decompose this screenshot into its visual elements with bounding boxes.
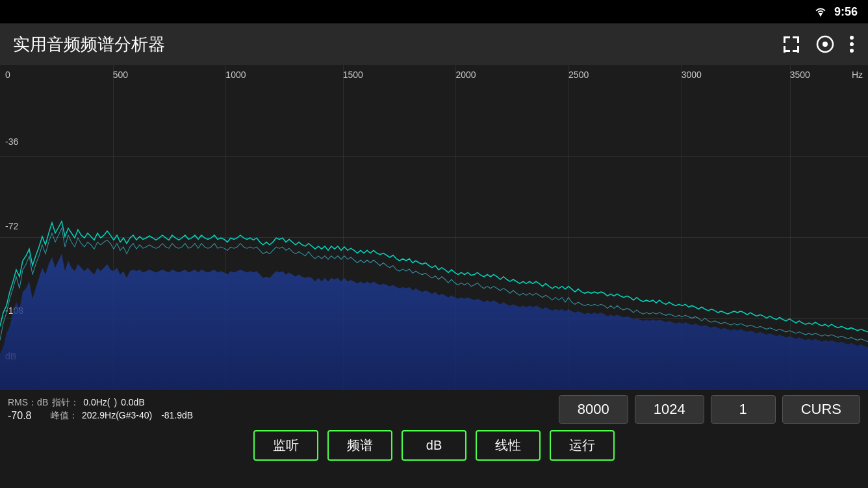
stats-params-row: RMS：dB 指针： 0.0Hz( ) 0.0dB -70.8 峰值： 202.… bbox=[0, 390, 868, 426]
rms-row: RMS：dB 指针： 0.0Hz( ) 0.0dB bbox=[8, 397, 193, 409]
linear-button[interactable]: 线性 bbox=[476, 430, 541, 461]
freq-label-1000: 1000 bbox=[225, 70, 246, 80]
db-button[interactable]: dB bbox=[402, 430, 466, 461]
header-icons bbox=[781, 34, 855, 55]
status-bar: 9:56 bbox=[0, 0, 868, 23]
svg-point-13 bbox=[850, 49, 854, 53]
needle-hz: 0.0Hz( bbox=[83, 397, 110, 409]
freq-label-3000: 3000 bbox=[682, 70, 702, 80]
freq-label-1500: 1500 bbox=[343, 70, 363, 80]
peak-hz: 202.9Hz(G#3-40) bbox=[82, 410, 152, 422]
spectrum-button[interactable]: 频谱 bbox=[327, 430, 392, 461]
peak-db: -81.9dB bbox=[161, 410, 193, 422]
svg-rect-6 bbox=[784, 46, 785, 53]
stats-panel: RMS：dB 指针： 0.0Hz( ) 0.0dB -70.8 峰值： 202.… bbox=[8, 397, 193, 422]
frequency-axis: 0 500 1000 1500 2000 2500 3000 3500 Hz bbox=[0, 65, 868, 84]
needle-label: 指针： bbox=[52, 397, 79, 409]
svg-marker-0 bbox=[819, 13, 823, 17]
spectrum-chart[interactable]: 0 500 1000 1500 2000 2500 3000 3500 Hz -… bbox=[0, 65, 868, 390]
freq-label-3500: 3500 bbox=[790, 70, 810, 80]
needle-db: 0.0dB bbox=[121, 397, 145, 409]
wifi-icon bbox=[813, 6, 828, 17]
freq-label-2000: 2000 bbox=[455, 70, 476, 80]
peak-row: -70.8 峰值： 202.9Hz(G#3-40) -81.9dB bbox=[8, 410, 193, 422]
rms-value: -70.8 bbox=[8, 410, 47, 422]
more-menu-button[interactable] bbox=[849, 35, 855, 53]
svg-point-11 bbox=[850, 36, 854, 40]
freq-label-2500: 2500 bbox=[568, 70, 589, 80]
run-button[interactable]: 运行 bbox=[550, 430, 615, 461]
rms-label: RMS：dB bbox=[8, 397, 48, 409]
overlap-button[interactable]: 1 bbox=[711, 395, 776, 424]
svg-rect-4 bbox=[797, 36, 799, 43]
freq-label-0: 0 bbox=[5, 70, 10, 80]
svg-point-12 bbox=[850, 42, 854, 46]
svg-point-10 bbox=[823, 42, 828, 47]
status-time: 9:56 bbox=[834, 5, 858, 19]
freq-label-500: 500 bbox=[113, 70, 128, 80]
cursor-button[interactable]: CURS bbox=[782, 395, 860, 424]
monitor-button[interactable]: 监听 bbox=[253, 430, 318, 461]
screenshot-button[interactable] bbox=[815, 34, 836, 55]
needle-note: ) bbox=[114, 397, 117, 409]
peak-label: 峰值： bbox=[51, 410, 78, 422]
fullscreen-button[interactable] bbox=[781, 34, 802, 55]
spectrum-visualization bbox=[0, 84, 868, 390]
param-buttons: 8000 1024 1 CURS bbox=[559, 395, 860, 424]
app-header: 实用音频频谱分析器 bbox=[0, 23, 868, 65]
sample-rate-button[interactable]: 8000 bbox=[559, 395, 628, 424]
fft-size-button[interactable]: 1024 bbox=[635, 395, 704, 424]
svg-rect-8 bbox=[797, 46, 799, 53]
svg-rect-2 bbox=[784, 36, 785, 43]
action-buttons-row: 监听 频谱 dB 线性 运行 bbox=[0, 426, 868, 467]
app-title: 实用音频频谱分析器 bbox=[13, 33, 165, 56]
freq-unit: Hz bbox=[852, 70, 863, 80]
bottom-panel: RMS：dB 指针： 0.0Hz( ) 0.0dB -70.8 峰值： 202.… bbox=[0, 390, 868, 488]
